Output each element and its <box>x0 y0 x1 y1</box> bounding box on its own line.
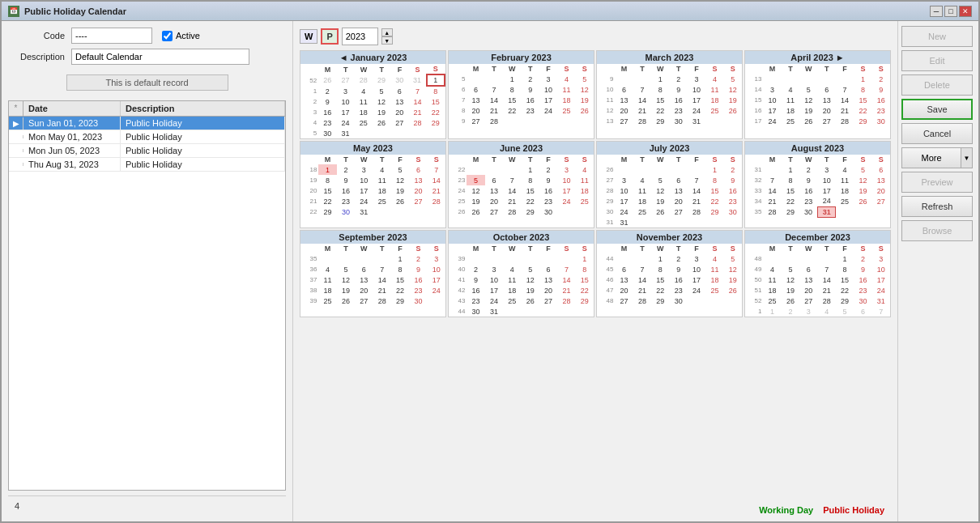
main-content: Code Active Description This is default … <box>2 21 978 521</box>
description-row: Description <box>8 49 286 65</box>
month-october: October 2023 MTWTFSS 391 402345678 41910… <box>448 230 594 317</box>
default-record-area: This is default record <box>8 73 286 92</box>
table-header: * Date Description <box>9 101 285 117</box>
app-icon: 📅 <box>8 6 19 17</box>
working-day-legend: Working Day <box>759 505 813 515</box>
calendar-panel: W P ▲ ▼ ◄ January 2023 MTWTFSS 522627282… <box>293 21 897 521</box>
july-table: MTWTFSS 2612 273456789 2810111213141516 … <box>597 155 742 227</box>
month-may: May 2023 MTWTFSS 181234567 1989101112131… <box>300 141 446 228</box>
month-header-december: December 2023 <box>745 231 890 244</box>
month-december: December 2023 MTWTFSS 48123 4945678910 5… <box>744 230 891 317</box>
table-row[interactable]: Mon Jun 05, 2023 Public Holiday <box>9 144 285 158</box>
main-window: 📅 Public Holiday Calendar ─ □ ✕ Code Act… <box>0 0 980 523</box>
march-table: MTWTFSS 912345 106789101112 111314151617… <box>597 64 742 137</box>
delete-button[interactable]: Delete <box>901 74 973 96</box>
calendar-grid: ◄ January 2023 MTWTFSS 522627282930311 1… <box>300 50 891 317</box>
holiday-date: Mon May 01, 2023 <box>23 130 121 143</box>
month-header-june: June 2023 <box>449 142 594 155</box>
more-arrow-icon[interactable]: ▼ <box>961 148 972 168</box>
may-table: MTWTFSS 181234567 19891011121314 2015161… <box>300 155 445 217</box>
month-june: June 2023 MTWTFSS 221234 23567891011 241… <box>448 141 594 228</box>
table-body: ▶ Sun Jan 01, 2023 Public Holiday Mon Ma… <box>9 117 285 172</box>
holiday-date: Mon Jun 05, 2023 <box>23 144 121 157</box>
public-holiday-legend: Public Holiday <box>823 505 884 515</box>
june-table: MTWTFSS 221234 23567891011 2412131415161… <box>449 155 594 217</box>
window-title: Public Holiday Calendar <box>24 6 126 16</box>
month-april: April 2023 ► MTWTFSS 1312 143456789 1510… <box>744 50 891 139</box>
new-button[interactable]: New <box>901 26 973 47</box>
code-row: Code Active <box>8 28 286 44</box>
holiday-desc: Public Holiday <box>121 144 285 157</box>
browse-button[interactable]: Browse <box>901 220 973 241</box>
row-marker <box>9 149 23 152</box>
holiday-table: * Date Description ▶ Sun Jan 01, 2023 Pu… <box>8 100 286 491</box>
month-header-august: August 2023 <box>745 142 890 155</box>
left-panel: Code Active Description This is default … <box>2 21 293 521</box>
row-marker <box>9 163 23 166</box>
code-label: Code <box>8 31 65 40</box>
public-holiday-button[interactable]: P <box>321 28 338 45</box>
working-day-button[interactable]: W <box>300 29 317 44</box>
month-header-july: July 2023 <box>597 142 742 155</box>
title-bar: 📅 Public Holiday Calendar ─ □ ✕ <box>2 2 978 21</box>
december-table: MTWTFSS 48123 4945678910 501112131415161… <box>745 244 890 317</box>
january-table: MTWTFSS 522627282930311 12345678 2910111… <box>300 64 445 138</box>
record-count-bar: 4 <box>8 495 286 515</box>
year-up-button[interactable]: ▲ <box>381 28 393 36</box>
preview-button[interactable]: Preview <box>901 172 973 193</box>
active-label: Active <box>176 31 200 40</box>
month-november: November 2023 MTWTFSS 4412345 4567891011… <box>596 230 743 317</box>
holiday-desc: Public Holiday <box>121 117 285 130</box>
preview-label: Preview <box>921 177 952 187</box>
month-july: July 2023 MTWTFSS 2612 273456789 2810111… <box>596 141 743 228</box>
month-header-september: September 2023 <box>300 231 445 244</box>
minimize-button[interactable]: ─ <box>930 6 943 17</box>
holiday-date: Thu Aug 31, 2023 <box>23 158 121 171</box>
table-row[interactable]: Mon May 01, 2023 Public Holiday <box>9 130 285 144</box>
november-table: MTWTFSS 4412345 456789101112 46131415161… <box>597 244 742 306</box>
month-header-february: February 2023 <box>449 51 594 64</box>
month-header-november: November 2023 <box>597 231 742 244</box>
row-marker <box>9 135 23 138</box>
april-table: MTWTFSS 1312 143456789 1510111213141516 … <box>745 64 890 137</box>
active-checkbox-row: Active <box>162 31 200 41</box>
september-table: MTWTFSS 35123 3645678910 371112131415161… <box>300 244 445 306</box>
refresh-button[interactable]: Refresh <box>901 196 973 217</box>
month-september: September 2023 MTWTFSS 35123 3645678910 … <box>300 230 446 317</box>
table-row[interactable]: ▶ Sun Jan 01, 2023 Public Holiday <box>9 117 285 130</box>
month-header-may: May 2023 <box>300 142 445 155</box>
august-table: MTWTFSS 31123456 3278910111213 331415161… <box>745 155 890 218</box>
close-button[interactable]: ✕ <box>959 6 972 17</box>
right-panel: New Edit Delete Save Cancel More ▼ Previ… <box>897 21 978 521</box>
month-header-march: March 2023 <box>597 51 742 64</box>
month-march: March 2023 MTWTFSS 912345 106789101112 1… <box>596 50 743 139</box>
cancel-button[interactable]: Cancel <box>901 123 973 144</box>
holiday-desc: Public Holiday <box>121 130 285 143</box>
month-header-october: October 2023 <box>449 231 594 244</box>
month-august: August 2023 MTWTFSS 31123456 32789101112… <box>744 141 891 228</box>
table-row[interactable]: Thu Aug 31, 2023 Public Holiday <box>9 158 285 172</box>
month-header-january: ◄ January 2023 <box>300 51 445 64</box>
year-down-button[interactable]: ▼ <box>381 36 393 45</box>
description-input[interactable] <box>71 49 249 65</box>
holiday-desc: Public Holiday <box>121 158 285 171</box>
edit-button[interactable]: Edit <box>901 50 973 71</box>
more-label: More <box>902 153 961 163</box>
description-label: Description <box>8 52 65 62</box>
more-dropdown[interactable]: More ▼ <box>901 147 973 168</box>
holiday-date: Sun Jan 01, 2023 <box>23 117 121 130</box>
restore-button[interactable]: □ <box>944 6 957 17</box>
title-controls: ─ □ ✕ <box>930 6 972 17</box>
save-button[interactable]: Save <box>901 99 973 120</box>
year-spinner: ▲ ▼ <box>381 28 393 45</box>
row-arrow-marker: ▶ <box>9 117 23 130</box>
record-count: 4 <box>15 501 19 511</box>
february-table: MTWTFSS 512345 66789101112 7131415161718… <box>449 64 594 137</box>
code-input[interactable] <box>71 28 152 44</box>
month-january: ◄ January 2023 MTWTFSS 522627282930311 1… <box>300 50 446 139</box>
title-bar-left: 📅 Public Holiday Calendar <box>8 6 126 17</box>
active-checkbox[interactable] <box>162 31 173 41</box>
year-input[interactable] <box>342 28 378 45</box>
calendar-toolbar: W P ▲ ▼ <box>300 28 891 45</box>
default-record-button: This is default record <box>66 74 228 91</box>
